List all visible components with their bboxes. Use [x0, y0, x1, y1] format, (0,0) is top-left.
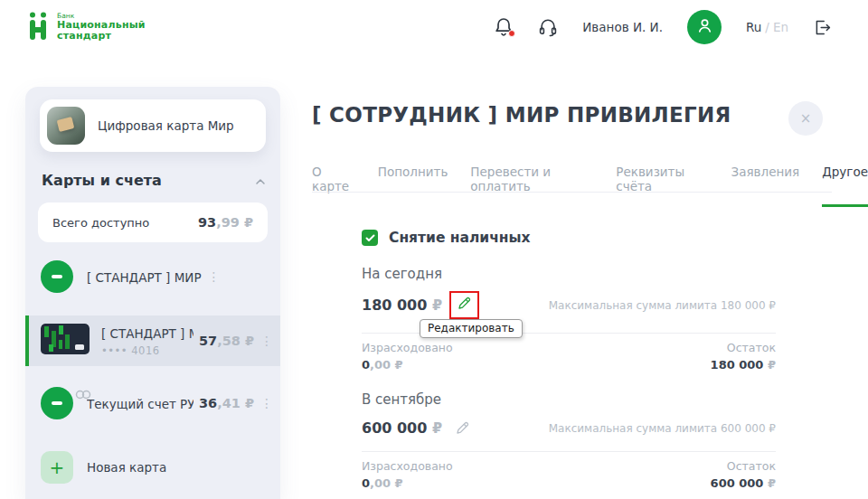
spent-frac: ,00 ₽ [370, 476, 403, 490]
account-row-current-account-rub[interactable]: Текущий счет РУБЛИ 40 36,41 ₽ ⋮ [25, 382, 280, 424]
limit-period-today: На сегодня [362, 266, 776, 282]
edit-limit-icon[interactable] [451, 417, 474, 439]
digital-card-app-icon [47, 107, 85, 145]
digital-card-label: Цифровая карта Мир [98, 118, 234, 133]
card-glyph [52, 401, 62, 405]
lang-ru[interactable]: Ru [746, 20, 761, 34]
card-thumbnail [41, 324, 90, 358]
account-number: •••• 4016 [101, 344, 193, 357]
kebab-menu-icon[interactable]: ⋮ [260, 334, 269, 348]
lang-separator: / [765, 20, 769, 34]
bank-logo-text: Банк Национальный стандарт [57, 12, 146, 42]
tabs-divider [312, 192, 832, 193]
rest-label: Остаток [711, 459, 776, 473]
spent-value: 0,00 ₽ [362, 358, 453, 372]
kebab-menu-icon[interactable]: ⋮ [208, 269, 217, 284]
tab-top-up[interactable]: Пополнить [378, 165, 448, 207]
rest-amount: 600 000 [711, 476, 764, 490]
limit-period-september: В сентябре [362, 391, 776, 408]
notifications-bell-icon[interactable] [494, 16, 514, 38]
header-actions: Иванов И. И. Ru / En [494, 10, 832, 44]
spent-label: Израсходовано [362, 341, 453, 354]
limit-september-details: Израсходовано 0,00 ₽ Остаток 600 000 ₽ [362, 459, 776, 490]
card-glyph [52, 275, 62, 278]
spent-block: Израсходовано 0,00 ₽ [362, 341, 453, 372]
user-name[interactable]: Иванов И. И. [582, 20, 663, 34]
total-amount-int: 93 [198, 215, 216, 230]
total-amount-frac: ,99 ₽ [216, 215, 253, 230]
bank-logo-icon [27, 12, 49, 43]
account-row-standart-mir-4016-selected[interactable]: [ СТАНДАРТ ] МИР •••• 4016 57,58 ₽ ⋮ [25, 315, 280, 366]
rest-value: 180 000 ₽ [711, 358, 776, 372]
rest-block: Остаток 180 000 ₽ [711, 341, 776, 372]
balance-int: 57 [199, 334, 217, 348]
limit-september-amount: 600 000 ₽ [362, 419, 442, 437]
new-card-button[interactable]: + Новая карта [25, 447, 280, 488]
cash-withdrawal-checkbox[interactable] [362, 230, 378, 246]
new-card-label: Новая карта [87, 460, 166, 475]
total-available-amount: 93,99 ₽ [198, 215, 253, 230]
limit-today-details: Израсходовано 0,00 ₽ Остаток 180 000 ₽ [362, 341, 776, 372]
kebab-menu-icon[interactable]: ⋮ [260, 396, 269, 410]
logout-icon[interactable] [813, 18, 832, 37]
amount-value: 600 000 [362, 419, 427, 437]
cash-withdrawal-label: Снятие наличных [389, 230, 531, 246]
rest-amount: 180 000 [711, 358, 764, 372]
account-text: [ СТАНДАРТ ] МИР •••• 4016 [101, 325, 193, 357]
currency-sign: ₽ [768, 358, 776, 372]
spent-label: Израсходовано [362, 459, 453, 473]
support-headset-icon[interactable] [538, 17, 558, 37]
tab-applications[interactable]: Заявления [731, 165, 800, 207]
close-button[interactable]: × [788, 101, 823, 136]
sidebar: Цифровая карта Мир Карты и счета Всего д… [25, 87, 280, 499]
bank-logo[interactable]: Банк Национальный стандарт [27, 12, 146, 43]
limit-september-amount-row: 600 000 ₽ Максимальная сумма лимита 600 … [362, 417, 776, 439]
rest-block: Остаток 600 000 ₽ [711, 459, 776, 490]
limit-september-max-label: Максимальная сумма лимита 600 000 ₽ [549, 422, 776, 435]
tab-about-card[interactable]: О карте [312, 165, 355, 207]
limit-today-amount-row: 180 000 ₽ Максимальная сумма лимита 180 … [362, 291, 776, 319]
language-switcher[interactable]: Ru / En [746, 20, 788, 34]
limit-today-max-label: Максимальная сумма лимита 180 000 ₽ [549, 299, 776, 312]
plus-icon: + [41, 451, 73, 484]
card-tabs: О карте Пополнить Перевести и оплатить Р… [312, 165, 868, 207]
rest-label: Остаток [711, 341, 776, 354]
spent-int: 0 [362, 476, 370, 490]
cash-withdrawal-row: Снятие наличных [362, 230, 776, 246]
page-title: [ СОТРУДНИК ] МИР ПРИВИЛЕГИЯ [312, 103, 731, 127]
chevron-up-icon[interactable] [255, 172, 266, 189]
account-row-standart-mir-1[interactable]: [ СТАНДАРТ ] МИР ⋮ [25, 256, 280, 297]
lang-en[interactable]: En [773, 20, 788, 34]
spent-block: Израсходовано 0,00 ₽ [362, 459, 453, 490]
notification-badge [508, 30, 515, 37]
edit-limit-icon[interactable] [457, 296, 472, 311]
digital-card-banner[interactable]: Цифровая карта Мир [40, 99, 266, 152]
account-name: [ СТАНДАРТ ] МИР [101, 326, 193, 341]
account-circle-icon [41, 260, 73, 293]
account-circle-icon [41, 387, 73, 419]
total-available-card[interactable]: Всего доступно 93,99 ₽ [38, 202, 268, 242]
tab-other[interactable]: Другое [822, 165, 868, 207]
annotation-highlight-box [449, 291, 479, 319]
limits-content: Снятие наличных На сегодня 180 000 ₽ Мак… [362, 230, 776, 490]
tab-account-details[interactable]: Реквизиты счёта [616, 165, 708, 207]
account-text: [ СТАНДАРТ ] МИР [87, 268, 202, 286]
balance-frac: ,58 ₽ [217, 334, 254, 348]
tab-transfer-pay[interactable]: Перевести и оплатить [470, 165, 593, 207]
account-balance: 36,41 ₽ [193, 396, 254, 410]
account-text: Текущий счет РУБЛИ 40 [87, 395, 193, 412]
cards-accounts-section-header[interactable]: Карты и счета [42, 172, 266, 189]
tooltip: Редактировать [420, 319, 523, 338]
divider [362, 451, 776, 452]
avatar[interactable] [687, 10, 722, 44]
account-name: [ СТАНДАРТ ] МИР [87, 270, 202, 285]
rest-value: 600 000 ₽ [711, 476, 776, 490]
account-balance: 57,58 ₽ [193, 334, 254, 348]
bank-logo-line2: стандарт [57, 31, 146, 42]
amount-value: 180 000 [362, 297, 427, 314]
account-name: Текущий счет РУБЛИ [87, 397, 193, 411]
spent-value: 0,00 ₽ [362, 476, 453, 490]
spent-frac: ,00 ₽ [370, 358, 403, 372]
person-icon [696, 17, 713, 38]
currency-sign: ₽ [768, 476, 776, 490]
